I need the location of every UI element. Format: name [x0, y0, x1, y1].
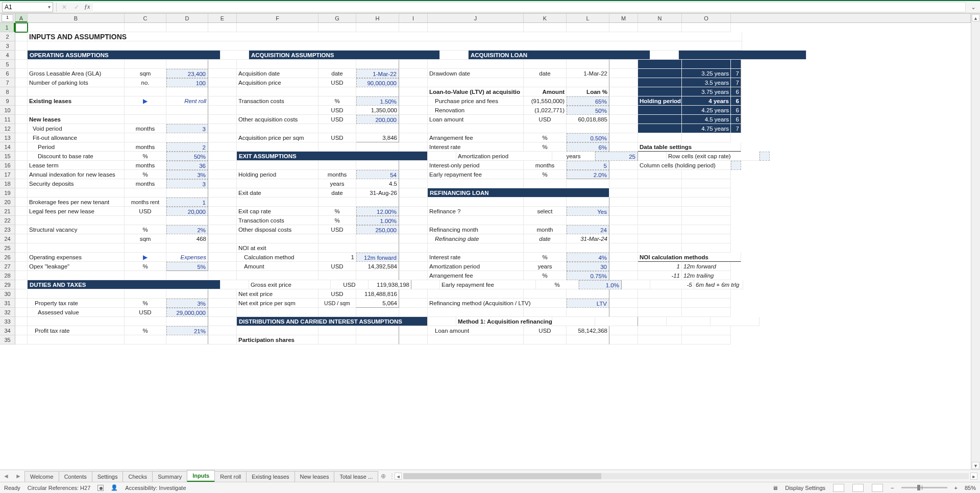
tab-nav-next-icon[interactable]: ► — [12, 470, 24, 482]
sheet-tab[interactable]: Checks — [122, 471, 153, 482]
row-header[interactable]: 27 — [0, 262, 15, 271]
input-gla[interactable]: 23,400 — [166, 69, 208, 78]
input-acq-other[interactable]: 200,000 — [356, 115, 399, 124]
row-header[interactable]: 1 — [0, 23, 15, 32]
row-header[interactable]: 9 — [0, 96, 15, 106]
sheet-tab[interactable]: Total lease ... — [334, 471, 378, 482]
chevron-down-icon[interactable]: ▾ — [48, 4, 51, 10]
input-fit-period[interactable]: 2 — [166, 142, 208, 152]
cell-A1[interactable] — [15, 23, 28, 32]
input-dt-col[interactable] — [731, 161, 741, 170]
row-header[interactable]: 21 — [0, 207, 15, 216]
input-acq-tc[interactable]: 1.50% — [356, 96, 399, 106]
row-header[interactable]: 10 — [0, 106, 15, 115]
sheet-tab[interactable]: Settings — [92, 471, 124, 482]
col-header[interactable]: K — [524, 14, 567, 22]
input-profit-tax[interactable]: 21% — [166, 326, 208, 335]
sheet-tab[interactable]: Rent roll — [214, 471, 247, 482]
row-header[interactable]: 35 — [0, 335, 15, 344]
cells-area[interactable]: INPUTS AND ASSUMPTIONS OPERATING ASSUMPT… — [15, 23, 971, 344]
input-acq-price[interactable]: 90,000,000 — [356, 78, 399, 87]
row-header[interactable]: 19 — [0, 188, 15, 198]
col-header[interactable]: E — [208, 14, 237, 22]
name-box[interactable]: A1 ▾ — [2, 2, 53, 12]
input-refi-early[interactable]: 1.0% — [579, 280, 622, 289]
input-exit-other[interactable]: 250,000 — [356, 225, 399, 234]
input-arr-fee[interactable]: 0.50% — [567, 133, 609, 142]
select-noi-method[interactable]: 12m forward — [356, 253, 399, 262]
row-header[interactable]: 2 — [0, 32, 15, 41]
row-header[interactable]: 34 — [0, 326, 15, 335]
select-refi-method[interactable]: LTV — [567, 299, 609, 308]
row-header[interactable]: 4 — [0, 51, 15, 60]
view-normal-icon[interactable] — [833, 484, 844, 492]
row-header[interactable]: 3 — [0, 41, 15, 51]
row-header[interactable]: 28 — [0, 271, 15, 280]
sheet-tab[interactable]: Contents — [59, 471, 92, 482]
zoom-level[interactable]: 85% — [965, 485, 976, 491]
input-refi-amort[interactable]: 30 — [567, 262, 609, 271]
cancel-icon[interactable]: ✕ — [60, 4, 69, 11]
zoom-slider[interactable] — [901, 487, 947, 488]
input-dt-row[interactable] — [760, 152, 770, 161]
input-int-rate[interactable]: 6% — [567, 142, 609, 152]
row-header[interactable]: 30 — [0, 289, 15, 299]
sheet-tab[interactable]: New leases — [295, 471, 335, 482]
arrow-icon[interactable]: ▶ — [125, 96, 166, 106]
input-void[interactable]: 3 — [166, 124, 208, 133]
col-header[interactable]: J — [428, 14, 524, 22]
input-lease-term[interactable]: 36 — [166, 161, 208, 170]
input-refi-month[interactable]: 24 — [567, 225, 609, 234]
row-header[interactable]: 24 — [0, 234, 15, 243]
tab-nav-prev-icon[interactable]: ◄ — [0, 470, 12, 482]
macro-record-icon[interactable] — [97, 485, 104, 491]
input-exit-cap[interactable]: 12.00% — [356, 207, 399, 216]
row-header[interactable]: 22 — [0, 216, 15, 225]
horizontal-scrollbar[interactable]: ◄ ► — [392, 470, 980, 482]
col-header[interactable]: A — [15, 14, 28, 22]
input-refi-arr-fee[interactable]: 0.75% — [567, 271, 609, 280]
row-header[interactable]: 18 — [0, 179, 15, 188]
expand-formula-icon[interactable]: ⌄ — [969, 4, 978, 11]
row-header[interactable]: 31 — [0, 299, 15, 308]
row-header[interactable]: 8 — [0, 87, 15, 96]
col-header[interactable]: G — [318, 14, 356, 22]
row-header[interactable]: 25 — [0, 243, 15, 253]
col-header[interactable]: D — [166, 14, 208, 22]
row-header[interactable]: 26 — [0, 253, 15, 262]
sheet-tab[interactable]: Existing leases — [246, 471, 295, 482]
add-sheet-icon[interactable]: ⊕ — [378, 470, 389, 482]
zoom-in-icon[interactable]: + — [954, 485, 958, 491]
row-header[interactable]: 5 — [0, 60, 15, 69]
row-header[interactable]: 13 — [0, 133, 15, 142]
col-header[interactable]: N — [638, 14, 682, 22]
input-hold-period[interactable]: 54 — [356, 170, 399, 179]
row-header[interactable]: 33 — [0, 317, 15, 326]
col-header[interactable]: L — [567, 14, 609, 22]
display-settings-button[interactable]: Display Settings — [785, 485, 825, 491]
sheet-tab[interactable]: Inputs — [187, 470, 215, 482]
view-page-layout-icon[interactable] — [852, 484, 864, 492]
select-refinance[interactable]: Yes — [567, 207, 609, 216]
input-amort[interactable]: 25 — [595, 152, 638, 161]
col-header[interactable]: I — [399, 14, 428, 22]
row-header[interactable]: 14 — [0, 142, 15, 152]
input-legal[interactable]: 20,000 — [166, 207, 208, 216]
input-refi-rate[interactable]: 4% — [567, 253, 609, 262]
row-header[interactable]: 15 — [0, 152, 15, 161]
input-prop-tax[interactable]: 3% — [166, 299, 208, 308]
input-struct-vac[interactable]: 2% — [166, 225, 208, 234]
input-io-period[interactable]: 5 — [567, 161, 609, 170]
accessibility-icon[interactable]: 👤 — [111, 484, 118, 491]
vertical-scrollbar[interactable]: ▲ ▼ — [971, 14, 980, 470]
status-accessibility[interactable]: Accessibility: Investigate — [125, 485, 186, 491]
formula-input[interactable] — [93, 2, 966, 12]
scroll-right-icon[interactable]: ► — [970, 473, 977, 480]
input-parking[interactable]: 100 — [166, 78, 208, 87]
input-acq-date[interactable]: 1-Mar-22 — [356, 69, 399, 78]
row-header[interactable]: 7 — [0, 78, 15, 87]
view-page-break-icon[interactable] — [872, 484, 883, 492]
sheet-tab[interactable]: Welcome — [24, 471, 59, 482]
input-ltv-ren[interactable]: 50% — [567, 106, 609, 115]
fx-icon[interactable]: ƒx — [84, 3, 90, 11]
